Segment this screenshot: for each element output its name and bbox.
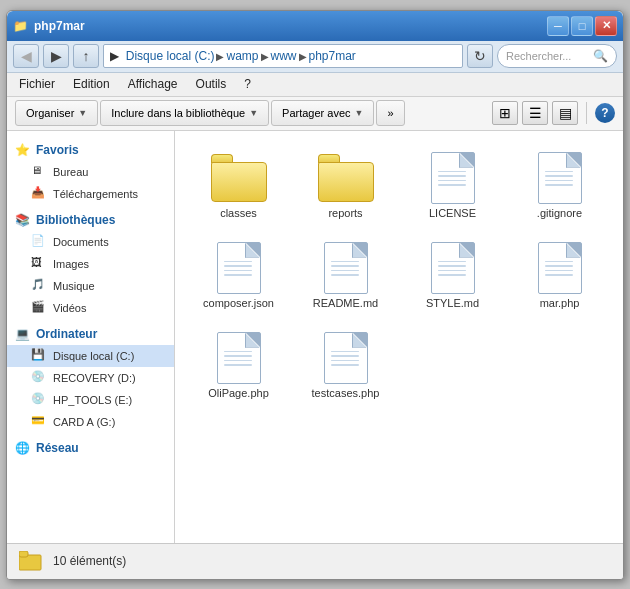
reseau-icon: 🌐	[15, 441, 30, 455]
favoris-icon: ⭐	[15, 143, 30, 157]
file-lines-gitignore	[545, 171, 573, 186]
documents-icon: 📄	[31, 234, 47, 250]
path-root: ▶	[110, 49, 119, 63]
file-item-marphp[interactable]: mar.php	[508, 233, 611, 315]
bibliotheques-label: Bibliothèques	[36, 213, 115, 227]
musique-icon: 🎵	[31, 278, 47, 294]
more-button[interactable]: »	[376, 100, 404, 126]
help-button[interactable]: ?	[595, 103, 615, 123]
view-preview-button[interactable]: ▤	[552, 101, 578, 125]
back-button[interactable]: ◀	[13, 44, 39, 68]
forward-button[interactable]: ▶	[43, 44, 69, 68]
sidebar-header-ordinateur[interactable]: 💻 Ordinateur	[7, 323, 174, 345]
maximize-button[interactable]: □	[571, 16, 593, 36]
file-lines-readme	[331, 261, 359, 276]
sidebar-item-disque-c[interactable]: 💾 Disque local (C:)	[7, 345, 174, 367]
path-www[interactable]: www	[271, 49, 297, 63]
folder-body-classes	[211, 162, 267, 202]
status-folder-icon	[19, 551, 43, 571]
share-button[interactable]: Partager avec ▼	[271, 100, 374, 126]
search-placeholder: Rechercher...	[506, 50, 571, 62]
file-item-style[interactable]: STYLE.md	[401, 233, 504, 315]
include-arrow: ▼	[249, 108, 258, 118]
file-lines-style	[438, 261, 466, 276]
file-label-composer: composer.json	[203, 297, 274, 309]
sidebar-item-card-a[interactable]: 💳 CARD A (G:)	[7, 411, 174, 433]
menu-affichage[interactable]: Affichage	[120, 75, 186, 93]
sidebar-item-hp-tools[interactable]: 💿 HP_TOOLS (E:)	[7, 389, 174, 411]
organize-button[interactable]: Organiser ▼	[15, 100, 98, 126]
file-item-gitignore[interactable]: .gitignore	[508, 143, 611, 225]
main-area: ⭐ Favoris 🖥 Bureau 📥 Téléchargements 📚 B…	[7, 131, 623, 543]
menu-bar: Fichier Edition Affichage Outils ?	[7, 73, 623, 97]
close-button[interactable]: ✕	[595, 16, 617, 36]
path-arrow-3: ▶	[299, 51, 307, 62]
file-icon-wrap-gitignore	[528, 149, 592, 207]
status-bar: 10 élément(s)	[7, 543, 623, 579]
disque-c-label: Disque local (C:)	[53, 350, 134, 362]
menu-edition[interactable]: Edition	[65, 75, 118, 93]
path-wamp[interactable]: wamp	[226, 49, 258, 63]
reseau-label: Réseau	[36, 441, 79, 455]
bureau-label: Bureau	[53, 166, 88, 178]
folder-icon-wrap-reports	[314, 149, 378, 207]
hp-tools-icon: 💿	[31, 392, 47, 408]
share-arrow: ▼	[355, 108, 364, 118]
file-icon-wrap-marphp	[528, 239, 592, 297]
bureau-icon: 🖥	[31, 164, 47, 180]
svg-rect-1	[19, 551, 28, 557]
title-bar-text: 📁 php7mar	[13, 19, 85, 33]
file-item-composer[interactable]: composer.json	[187, 233, 290, 315]
minimize-button[interactable]: ─	[547, 16, 569, 36]
status-count: 10 élément(s)	[53, 554, 126, 568]
sidebar-item-musique[interactable]: 🎵 Musique	[7, 275, 174, 297]
include-library-button[interactable]: Inclure dans la bibliothèque ▼	[100, 100, 269, 126]
sidebar-item-bureau[interactable]: 🖥 Bureau	[7, 161, 174, 183]
path-php7mar[interactable]: php7mar	[309, 49, 356, 63]
videos-label: Vidéos	[53, 302, 86, 314]
sidebar-header-favoris[interactable]: ⭐ Favoris	[7, 139, 174, 161]
sidebar-header-reseau[interactable]: 🌐 Réseau	[7, 437, 174, 459]
search-icon: 🔍	[593, 49, 608, 63]
menu-outils[interactable]: Outils	[188, 75, 235, 93]
sidebar-item-images[interactable]: 🖼 Images	[7, 253, 174, 275]
file-item-readme[interactable]: README.md	[294, 233, 397, 315]
sidebar-header-bibliotheques[interactable]: 📚 Bibliothèques	[7, 209, 174, 231]
toolbar: Organiser ▼ Inclure dans la bibliothèque…	[7, 97, 623, 131]
menu-help[interactable]: ?	[236, 75, 259, 93]
file-item-classes[interactable]: classes	[187, 143, 290, 225]
file-item-reports[interactable]: reports	[294, 143, 397, 225]
sidebar-item-documents[interactable]: 📄 Documents	[7, 231, 174, 253]
sidebar-section-favoris: ⭐ Favoris 🖥 Bureau 📥 Téléchargements	[7, 139, 174, 205]
recovery-label: RECOVERY (D:)	[53, 372, 136, 384]
telechargements-label: Téléchargements	[53, 188, 138, 200]
file-lines-license	[438, 171, 466, 186]
sidebar-item-videos[interactable]: 🎬 Vidéos	[7, 297, 174, 319]
sidebar-item-recovery[interactable]: 💿 RECOVERY (D:)	[7, 367, 174, 389]
bibliotheques-icon: 📚	[15, 213, 30, 227]
folder-icon-reports	[318, 154, 374, 202]
refresh-button[interactable]: ↻	[467, 44, 493, 68]
sidebar-section-bibliotheques: 📚 Bibliothèques 📄 Documents 🖼 Images 🎵 M…	[7, 209, 174, 319]
file-item-license[interactable]: LICENSE	[401, 143, 504, 225]
file-item-testcases[interactable]: testcases.php	[294, 323, 397, 405]
view-list-button[interactable]: ☰	[522, 101, 548, 125]
address-path[interactable]: ▶ Disque local (C:) ▶ wamp ▶ www ▶ php7m…	[103, 44, 463, 68]
file-icon-wrap-readme	[314, 239, 378, 297]
sidebar-item-telechargements[interactable]: 📥 Téléchargements	[7, 183, 174, 205]
file-item-olipage[interactable]: OliPage.php	[187, 323, 290, 405]
view-toggle-button[interactable]: ⊞	[492, 101, 518, 125]
card-a-label: CARD A (G:)	[53, 416, 115, 428]
path-arrow-1: ▶	[216, 51, 224, 62]
toolbar-separator	[586, 102, 587, 124]
title-controls: ─ □ ✕	[547, 16, 617, 36]
search-box[interactable]: Rechercher... 🔍	[497, 44, 617, 68]
up-button[interactable]: ↑	[73, 44, 99, 68]
file-grid: classes reports	[187, 143, 611, 405]
file-icon-olipage	[217, 332, 261, 384]
path-disque[interactable]: Disque local (C:)	[126, 49, 215, 63]
hp-tools-label: HP_TOOLS (E:)	[53, 394, 132, 406]
card-a-icon: 💳	[31, 414, 47, 430]
file-lines-testcases	[331, 351, 359, 366]
menu-fichier[interactable]: Fichier	[11, 75, 63, 93]
